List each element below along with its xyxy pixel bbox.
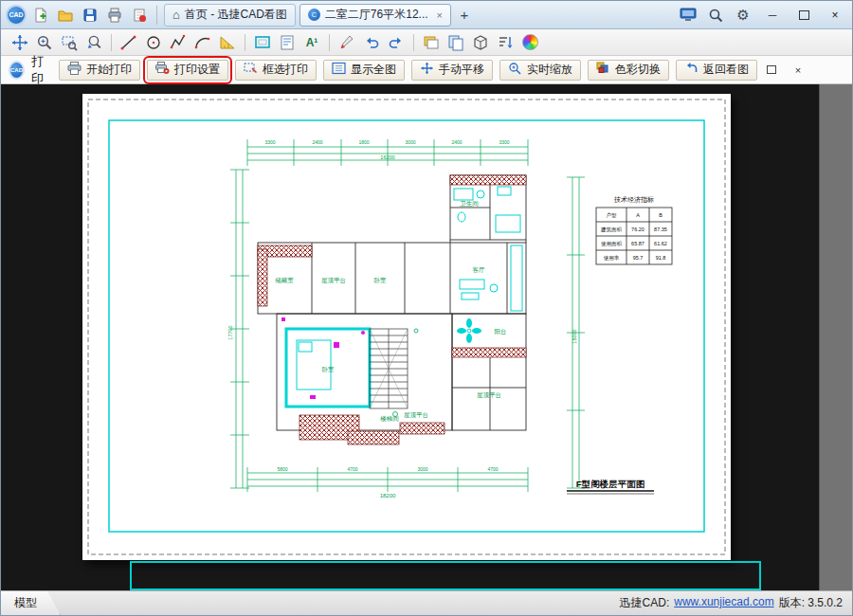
return-arrow-icon	[684, 62, 699, 78]
model-space-tab[interactable]: 模型	[1, 591, 61, 615]
arc-tool-icon[interactable]	[191, 32, 214, 53]
room-label: 楼梯间	[380, 415, 399, 423]
close-button[interactable]: ×	[823, 6, 847, 25]
print-settings-label: 打印设置	[174, 62, 220, 78]
redo-icon[interactable]	[385, 32, 408, 53]
print-icon[interactable]	[104, 5, 125, 26]
tab-document[interactable]: C 二室二厅76平米12... ×	[299, 4, 451, 27]
text-tool-icon[interactable]: A¹	[300, 32, 323, 53]
fit-view-button[interactable]: 显示全图	[323, 60, 405, 81]
copy-icon[interactable]	[445, 32, 467, 53]
svg-text:B: B	[659, 212, 662, 218]
svg-text:A: A	[636, 212, 640, 218]
room-label: 屋顶平台	[321, 277, 346, 284]
sheet-icon[interactable]	[276, 32, 299, 53]
new-tab-button[interactable]: +	[455, 6, 474, 25]
floor-plan-drawing: 3300 2400 1800 3000 2400 3300 16200 5800…	[82, 94, 731, 560]
new-file-icon[interactable]	[30, 5, 51, 26]
zoom-realtime-icon[interactable]	[33, 32, 56, 53]
open-folder-icon[interactable]	[55, 5, 76, 26]
drawing-title-block: F型阁楼层平面图	[567, 479, 654, 494]
svg-text:3300: 3300	[264, 139, 275, 145]
website-link[interactable]: www.xunjiecad.com	[674, 595, 773, 611]
back-to-view-label: 返回看图	[703, 62, 749, 78]
tab-close-icon[interactable]: ×	[437, 9, 443, 21]
export-icon[interactable]	[129, 5, 150, 26]
home-icon: ⌂	[172, 8, 180, 22]
box-select-print-button[interactable]: 框选打印	[235, 60, 317, 81]
svg-text:17700: 17700	[227, 325, 233, 339]
separator	[111, 34, 112, 51]
svg-text:4700: 4700	[347, 466, 357, 472]
svg-text:使用面积: 使用面积	[601, 241, 623, 247]
zoom-magnifier-icon	[508, 62, 522, 78]
doc-tab-label: 二室二厅76平米12...	[325, 7, 428, 23]
room-label: 卧室	[374, 277, 388, 283]
economic-table: 技术经济指标 户型 A B 建筑面积 76.20 87.35	[596, 196, 672, 264]
monitor-icon[interactable]	[678, 5, 699, 26]
panel-close-button[interactable]: ×	[790, 63, 806, 78]
svg-text:61.62: 61.62	[654, 241, 667, 246]
start-print-button[interactable]: 开始打印	[59, 60, 140, 81]
drawing-title: F型阁楼层平面图	[576, 479, 644, 489]
fan-symbol	[457, 318, 481, 343]
svg-text:18200: 18200	[380, 493, 396, 498]
svg-text:建筑面积: 建筑面积	[600, 226, 623, 233]
svg-text:3300: 3300	[499, 139, 509, 145]
panel-window-controls: ×	[764, 63, 806, 78]
stairs	[370, 329, 408, 408]
measure-tool-icon[interactable]	[216, 32, 239, 53]
home-tab-label: 首页 - 迅捷CAD看图	[185, 7, 287, 23]
separator	[329, 34, 330, 51]
settings-gear-icon[interactable]: ⚙	[733, 5, 753, 26]
app-window: CAD ⌂ 首页 - 迅捷CAD看图 C 二室二厅76平米12... × +	[0, 0, 853, 616]
svg-text:65.87: 65.87	[631, 241, 644, 246]
room-label: 卫生间	[460, 200, 479, 208]
line-tool-icon[interactable]	[118, 32, 140, 53]
separator	[413, 34, 414, 51]
cube-3d-icon[interactable]	[469, 32, 492, 53]
layers-icon[interactable]	[420, 32, 443, 53]
zoom-window-icon[interactable]	[58, 32, 81, 53]
svg-text:3000: 3000	[417, 466, 427, 472]
color-wheel-icon[interactable]	[518, 32, 541, 53]
svg-text:3000: 3000	[405, 139, 415, 145]
full-view-icon	[332, 62, 346, 78]
manual-pan-label: 手动平移	[439, 62, 484, 78]
manual-pan-button[interactable]: 手动平移	[411, 60, 493, 81]
polyline-tool-icon[interactable]	[167, 32, 190, 53]
print-toolbar: CAD 打印 开始打印 打印设置 框选打印 显示全图	[1, 56, 852, 84]
tab-home[interactable]: ⌂ 首页 - 迅捷CAD看图	[164, 4, 296, 27]
print-preview-canvas[interactable]: 3300 2400 1800 3000 2400 3300 16200 5800…	[1, 84, 819, 590]
print-settings-button[interactable]: 打印设置	[147, 60, 228, 81]
tool-ribbon: A¹	[1, 29, 852, 56]
svg-text:2400: 2400	[451, 139, 462, 145]
undo-icon[interactable]	[360, 32, 383, 53]
maximize-button[interactable]	[791, 6, 816, 25]
panel-maximize-button[interactable]	[764, 63, 779, 78]
marker-icon[interactable]	[336, 32, 358, 53]
brand-label: 迅捷CAD:	[620, 595, 670, 611]
realtime-zoom-button[interactable]: 实时缩放	[499, 60, 581, 81]
save-icon[interactable]	[80, 5, 100, 26]
svg-text:4700: 4700	[487, 466, 498, 472]
print-panel-title: 打印	[31, 53, 44, 87]
viewport-icon[interactable]	[251, 32, 274, 53]
back-to-view-button[interactable]: 返回看图	[676, 60, 757, 81]
version-label: 版本: 3.5.0.2	[779, 595, 843, 611]
circle-tool-icon[interactable]	[142, 32, 165, 53]
svg-text:1800: 1800	[358, 139, 369, 145]
pan-icon[interactable]	[9, 32, 31, 53]
color-switch-label: 色彩切换	[615, 62, 661, 78]
search-icon[interactable]	[705, 5, 726, 26]
svg-text:户型: 户型	[607, 212, 618, 218]
sort-icon[interactable]	[494, 32, 517, 53]
room-label: 客厅	[473, 266, 486, 274]
status-branding: 迅捷CAD: www.xunjiecad.com 版本: 3.5.0.2	[620, 595, 843, 611]
fit-view-label: 显示全图	[351, 62, 396, 78]
print-preview-page: 3300 2400 1800 3000 2400 3300 16200 5800…	[82, 94, 731, 560]
zoom-previous-icon[interactable]	[82, 32, 105, 53]
hatched-walls	[258, 175, 526, 444]
color-switch-button[interactable]: 色彩切换	[588, 60, 669, 81]
minimize-button[interactable]: ─	[760, 6, 785, 25]
